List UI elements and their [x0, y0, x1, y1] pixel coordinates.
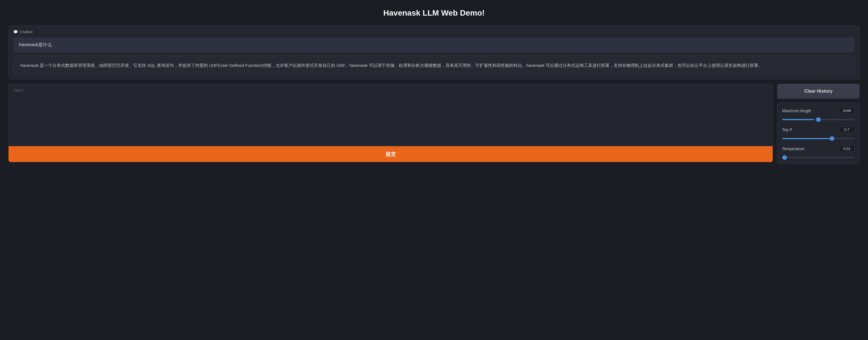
max-length-slider[interactable] [782, 119, 855, 120]
temperature-slider-container [782, 154, 855, 159]
clear-history-button[interactable]: Clear History [777, 84, 860, 99]
right-panel: Clear History Maximum length 2048 Top P … [777, 84, 860, 164]
top-p-slider-container [782, 135, 855, 140]
assistant-message: havenask 是一个分布式数据库管理系统，由阿里巴巴开发。它支持 SQL 查… [13, 56, 855, 75]
top-p-header: Top P 0.7 [782, 126, 855, 133]
temperature-header: Temperature 0.01 [782, 145, 855, 152]
chatbot-icon: 💬 [13, 30, 18, 34]
max-length-value: 2048 [839, 107, 855, 114]
chatbot-panel: 💬 Chatbot havenask是什么 havenask 是一个分布式数据库… [8, 26, 860, 79]
max-length-header: Maximum length 2048 [782, 107, 855, 114]
controls-panel: Maximum length 2048 Top P 0.7 Temper [777, 103, 860, 164]
max-length-label: Maximum length [782, 108, 811, 113]
left-panel: 提交 [8, 84, 773, 162]
temperature-value: 0.01 [839, 145, 855, 152]
temperature-slider[interactable] [782, 157, 855, 158]
chatbot-label: 💬 Chatbot [13, 30, 855, 34]
top-p-value: 0.7 [839, 126, 855, 133]
top-p-control: Top P 0.7 [782, 126, 855, 140]
submit-button[interactable]: 提交 [8, 146, 773, 162]
temperature-control: Temperature 0.01 [782, 145, 855, 159]
temperature-label: Temperature [782, 146, 804, 151]
top-p-slider[interactable] [782, 138, 855, 139]
max-length-slider-container [782, 116, 855, 121]
top-p-label: Top P [782, 128, 792, 132]
chatbot-label-text: Chatbot [20, 30, 33, 34]
user-message: havenask是什么 [13, 37, 855, 53]
max-length-control: Maximum length 2048 [782, 107, 855, 121]
page-title: Havenask LLM Web Demo! [8, 6, 860, 21]
chat-input[interactable] [8, 84, 773, 146]
main-area: 提交 Clear History Maximum length 2048 Top… [8, 84, 860, 164]
